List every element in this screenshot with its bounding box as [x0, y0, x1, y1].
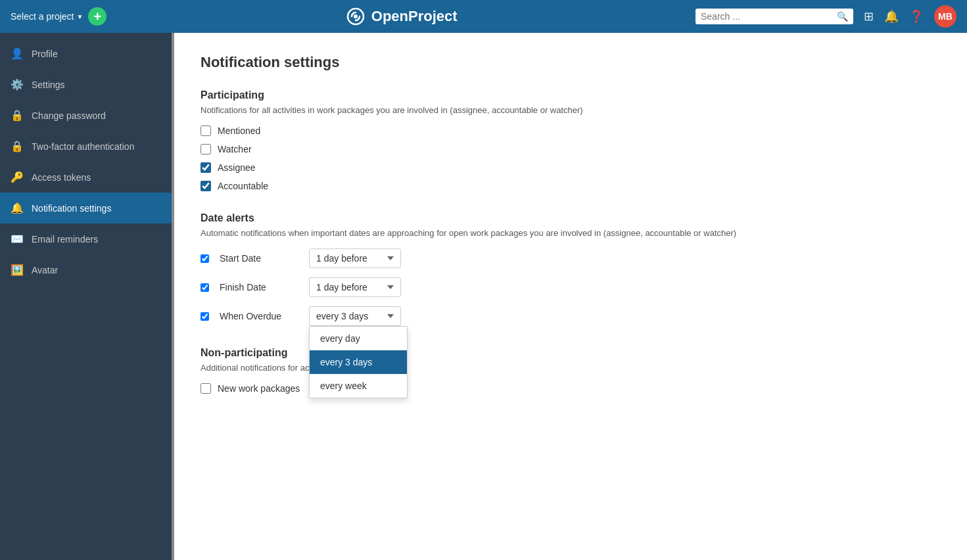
mentioned-label[interactable]: Mentioned	[218, 126, 260, 136]
search-box[interactable]: 🔍	[696, 9, 853, 24]
date-alerts-section: Date alerts Automatic notifications when…	[200, 212, 941, 326]
participating-section: Participating Notifications for all acti…	[200, 89, 941, 191]
email-icon: ✉️	[11, 233, 24, 245]
sidebar-item-label: Settings	[32, 80, 65, 90]
sidebar-item-settings[interactable]: ⚙️ Settings	[0, 69, 174, 100]
assignee-row: Assignee	[200, 162, 941, 173]
sidebar-item-label: Notification settings	[32, 203, 111, 214]
nav-center: OpenProject	[114, 6, 688, 27]
sidebar-item-label: Two-factor authentication	[32, 141, 134, 152]
sidebar-item-access-tokens[interactable]: 🔑 Access tokens	[0, 162, 174, 193]
page-title: Notification settings	[200, 54, 941, 71]
sidebar-item-label: Avatar	[32, 265, 58, 275]
new-work-packages-label[interactable]: New work packages	[218, 383, 300, 394]
logo-text: OpenProject	[371, 8, 458, 25]
assignee-checkbox[interactable]	[200, 162, 211, 173]
date-alerts-title: Date alerts	[200, 212, 941, 224]
grid-icon[interactable]: ⊞	[864, 9, 874, 24]
accountable-checkbox[interactable]	[200, 181, 211, 191]
top-navigation: Select a project ▼ + OpenProject 🔍 ⊞ 🔔 ❓…	[0, 0, 967, 33]
select-project-label: Select a project	[11, 11, 74, 22]
new-work-packages-checkbox[interactable]	[200, 383, 211, 394]
image-icon: 🖼️	[11, 264, 24, 276]
app-layout: 👤 Profile ⚙️ Settings 🔒 Change password …	[0, 33, 967, 560]
dropdown-option-every-day[interactable]: every day	[310, 327, 407, 350]
when-overdue-row: When Overdue every day every 3 days ever…	[200, 306, 941, 326]
assignee-label[interactable]: Assignee	[218, 162, 256, 173]
when-overdue-dropdown-container: every day every 3 days every week every …	[309, 306, 401, 326]
start-date-select[interactable]: 1 day before 3 days before 1 week before	[309, 248, 401, 268]
sidebar-item-label: Email reminders	[32, 234, 98, 245]
when-overdue-label[interactable]: When Overdue	[220, 311, 298, 321]
watcher-row: Watcher	[200, 144, 941, 154]
help-icon[interactable]: ❓	[909, 9, 924, 24]
participating-desc: Notifications for all activities in work…	[200, 105, 941, 115]
mentioned-checkbox[interactable]	[200, 126, 211, 136]
start-date-checkbox[interactable]	[200, 254, 209, 263]
app-logo: OpenProject	[345, 6, 458, 27]
person-icon: 👤	[11, 47, 24, 60]
main-content: Notification settings Participating Noti…	[174, 33, 967, 560]
logo-icon	[345, 6, 366, 27]
finish-date-row: Finish Date 1 day before 3 days before 1…	[200, 277, 941, 297]
bell2-icon: 🔔	[11, 202, 24, 214]
start-date-row: Start Date 1 day before 3 days before 1 …	[200, 248, 941, 268]
sidebar-item-notification-settings[interactable]: 🔔 Notification settings	[0, 193, 174, 223]
finish-date-checkbox[interactable]	[200, 283, 209, 292]
nav-left: Select a project ▼ +	[11, 7, 106, 26]
user-avatar-button[interactable]: MB	[934, 5, 956, 28]
search-input[interactable]	[701, 11, 837, 22]
sidebar-item-label: Profile	[32, 49, 58, 59]
sidebar-item-change-password[interactable]: 🔒 Change password	[0, 100, 174, 131]
search-icon: 🔍	[837, 11, 848, 22]
sidebar: 👤 Profile ⚙️ Settings 🔒 Change password …	[0, 33, 174, 560]
participating-title: Participating	[200, 89, 941, 101]
watcher-checkbox[interactable]	[200, 144, 211, 154]
watcher-label[interactable]: Watcher	[218, 144, 252, 154]
mentioned-row: Mentioned	[200, 126, 941, 136]
dropdown-option-every-week[interactable]: every week	[310, 374, 407, 398]
finish-date-label[interactable]: Finish Date	[220, 282, 298, 292]
sidebar-item-label: Change password	[32, 110, 106, 121]
start-date-label[interactable]: Start Date	[220, 253, 298, 264]
accountable-label[interactable]: Accountable	[218, 181, 268, 191]
date-alerts-desc: Automatic notifications when important d…	[200, 228, 941, 238]
bell-icon[interactable]: 🔔	[884, 9, 899, 24]
when-overdue-dropdown-popup: every day every 3 days every week	[309, 326, 408, 398]
finish-date-select[interactable]: 1 day before 3 days before 1 week before	[309, 277, 401, 297]
lock-icon: 🔒	[11, 109, 24, 122]
sidebar-resize-handle[interactable]	[172, 33, 174, 560]
chevron-down-icon: ▼	[77, 13, 83, 20]
avatar-initials: MB	[938, 11, 953, 22]
select-project-button[interactable]: Select a project ▼	[11, 11, 83, 22]
when-overdue-checkbox[interactable]	[200, 312, 209, 321]
lock2-icon: 🔒	[11, 140, 24, 152]
dropdown-option-every-3-days[interactable]: every 3 days	[310, 350, 407, 374]
gear-icon: ⚙️	[11, 78, 24, 91]
sidebar-item-two-factor[interactable]: 🔒 Two-factor authentication	[0, 131, 174, 162]
svg-point-0	[354, 14, 358, 18]
sidebar-item-label: Access tokens	[32, 172, 91, 183]
when-overdue-select[interactable]: every day every 3 days every week	[309, 306, 401, 326]
nav-right: 🔍 ⊞ 🔔 ❓ MB	[696, 5, 956, 28]
sidebar-item-profile[interactable]: 👤 Profile	[0, 38, 174, 69]
sidebar-item-email-reminders[interactable]: ✉️ Email reminders	[0, 223, 174, 254]
sidebar-item-avatar[interactable]: 🖼️ Avatar	[0, 254, 174, 285]
accountable-row: Accountable	[200, 181, 941, 191]
add-project-button[interactable]: +	[88, 7, 106, 26]
key-icon: 🔑	[11, 171, 24, 183]
